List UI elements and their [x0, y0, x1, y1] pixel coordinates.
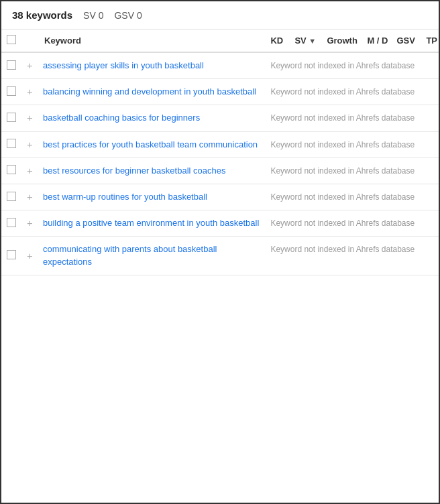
plus-icon[interactable]: +	[27, 217, 33, 229]
header-bar: 38 keywords SV 0 GSV 0	[1, 1, 440, 29]
row-keyword-cell: best practices for youth basketball team…	[39, 131, 266, 158]
plus-icon[interactable]: +	[27, 112, 33, 123]
row-checkbox[interactable]	[7, 218, 16, 227]
row-add-icon[interactable]: +	[23, 131, 39, 158]
header-tp: TP	[422, 29, 440, 52]
not-indexed-label: Keyword not indexed in Ahrefs database	[266, 210, 440, 237]
keyword-link[interactable]: balancing winning and development in you…	[43, 86, 256, 97]
row-checkbox[interactable]	[7, 86, 16, 96]
header-keyword: Keyword	[39, 29, 266, 52]
keywords-count: 38 keywords	[12, 9, 72, 21]
header-kd: KD	[266, 29, 290, 52]
gsv-label: GSV 0	[114, 10, 142, 21]
not-indexed-label: Keyword not indexed in Ahrefs database	[266, 79, 440, 105]
table-row: +assessing player skills in youth basket…	[1, 52, 440, 79]
keywords-table-wrap: Keyword KD SV ▼ Growth M / D	[1, 29, 440, 275]
keyword-link[interactable]: best resources for beginner basketball c…	[43, 166, 225, 176]
table-row: +best warm-up routines for youth basketb…	[1, 184, 440, 210]
keyword-link[interactable]: best practices for youth basketball team…	[43, 139, 258, 149]
row-checkbox-cell	[1, 210, 23, 237]
row-add-icon[interactable]: +	[23, 79, 39, 105]
keyword-link[interactable]: assessing player skills in youth basketb…	[43, 60, 204, 70]
keyword-link[interactable]: basketball coaching basics for beginners	[43, 113, 200, 123]
header-sv[interactable]: SV ▼	[290, 29, 323, 52]
row-checkbox-cell	[1, 52, 23, 79]
row-checkbox-cell	[1, 79, 23, 105]
sv-label: SV 0	[83, 10, 103, 21]
header-growth: Growth	[323, 29, 363, 52]
row-checkbox[interactable]	[7, 250, 16, 259]
table-row: +best resources for beginner basketball …	[1, 158, 440, 184]
row-checkbox-cell	[1, 237, 23, 275]
not-indexed-label: Keyword not indexed in Ahrefs database	[266, 105, 440, 131]
plus-icon[interactable]: +	[27, 165, 33, 176]
table-header-row: Keyword KD SV ▼ Growth M / D	[1, 29, 440, 52]
row-checkbox[interactable]	[7, 139, 16, 148]
row-checkbox-cell	[1, 184, 23, 210]
row-add-icon[interactable]: +	[23, 237, 39, 275]
plus-icon[interactable]: +	[27, 60, 33, 71]
sv-sort-arrow: ▼	[309, 37, 316, 45]
row-checkbox-cell	[1, 158, 23, 184]
table-row: +basketball coaching basics for beginner…	[1, 105, 440, 131]
row-keyword-cell: best warm-up routines for youth basketba…	[39, 184, 266, 210]
row-keyword-cell: balancing winning and development in you…	[39, 79, 266, 105]
select-all-checkbox[interactable]	[7, 35, 16, 44]
table-row: +communicating with parents about basket…	[1, 237, 440, 275]
row-checkbox[interactable]	[7, 60, 16, 70]
not-indexed-label: Keyword not indexed in Ahrefs database	[266, 52, 440, 79]
row-keyword-cell: communicating with parents about basketb…	[39, 237, 266, 275]
row-add-icon[interactable]: +	[23, 158, 39, 184]
not-indexed-label: Keyword not indexed in Ahrefs database	[266, 131, 440, 158]
row-keyword-cell: building a positive team environment in …	[39, 210, 266, 237]
keywords-table: Keyword KD SV ▼ Growth M / D	[1, 29, 440, 275]
header-gsv: GSV	[392, 29, 422, 52]
row-checkbox[interactable]	[7, 192, 16, 201]
row-keyword-cell: best resources for beginner basketball c…	[39, 158, 266, 184]
keyword-link[interactable]: best warm-up routines for youth basketba…	[43, 192, 207, 202]
row-checkbox-cell	[1, 131, 23, 158]
row-keyword-cell: assessing player skills in youth basketb…	[39, 52, 266, 79]
row-add-icon[interactable]: +	[23, 184, 39, 210]
row-checkbox-cell	[1, 105, 23, 131]
main-container: 38 keywords SV 0 GSV 0 Keyword KD	[1, 1, 440, 275]
table-row: +balancing winning and development in yo…	[1, 79, 440, 105]
row-keyword-cell: basketball coaching basics for beginners	[39, 105, 266, 131]
row-add-icon[interactable]: +	[23, 210, 39, 237]
row-checkbox[interactable]	[7, 113, 16, 122]
row-add-icon[interactable]: +	[23, 105, 39, 131]
plus-icon[interactable]: +	[27, 250, 33, 261]
row-checkbox[interactable]	[7, 165, 16, 174]
table-row: +building a positive team environment in…	[1, 210, 440, 237]
not-indexed-label: Keyword not indexed in Ahrefs database	[266, 184, 440, 210]
header-checkbox-cell	[1, 29, 23, 52]
keyword-link[interactable]: communicating with parents about basketb…	[43, 244, 217, 266]
row-add-icon[interactable]: +	[23, 52, 39, 79]
header-plus-cell	[23, 29, 39, 52]
keyword-link[interactable]: building a positive team environment in …	[43, 218, 259, 228]
plus-icon[interactable]: +	[27, 191, 33, 202]
not-indexed-label: Keyword not indexed in Ahrefs database	[266, 237, 440, 275]
plus-icon[interactable]: +	[27, 139, 33, 150]
table-row: +best practices for youth basketball tea…	[1, 131, 440, 158]
not-indexed-label: Keyword not indexed in Ahrefs database	[266, 158, 440, 184]
plus-icon[interactable]: +	[27, 86, 33, 97]
header-md: M / D	[363, 29, 392, 52]
